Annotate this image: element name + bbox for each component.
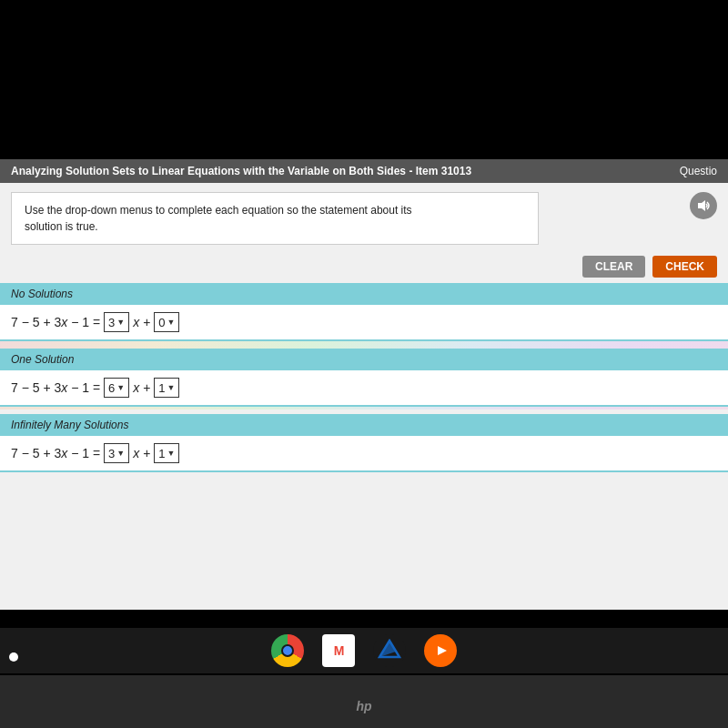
dropdown-coefficient-1[interactable]: 6 ▼ xyxy=(104,378,129,398)
eq-x-label-1: x + xyxy=(133,380,150,395)
equation-left-1: 7 − 5 + 3x − 1 = xyxy=(11,380,100,395)
main-content-area: Analyzing Solution Sets to Linear Equati… xyxy=(0,159,728,610)
hp-logo: hp xyxy=(356,699,371,713)
chevron-down-icon-1: ▼ xyxy=(116,383,125,392)
eq-x-label-0: x + xyxy=(133,315,150,329)
play-icon[interactable] xyxy=(424,634,457,667)
dropdown-constant-2[interactable]: 1 ▼ xyxy=(154,443,179,463)
chevron-down-icon-4: ▼ xyxy=(167,449,176,458)
section-one-solution-header: One Solution xyxy=(0,349,728,370)
chrome-icon[interactable] xyxy=(271,634,304,667)
dropdown-constant-0[interactable]: 0 ▼ xyxy=(154,312,179,332)
header-right-label: Questio xyxy=(680,165,717,177)
speaker-button[interactable] xyxy=(690,192,717,219)
dropdown-coefficient-0[interactable]: 3 ▼ xyxy=(104,312,129,332)
taskbar: M xyxy=(0,628,728,673)
instruction-area: Use the drop-down menus to complete each… xyxy=(0,183,728,250)
section-infinitely-many-equation: 7 − 5 + 3x − 1 = 3 ▼ x + 1 ▼ xyxy=(0,436,728,472)
chevron-down-icon-3: ▼ xyxy=(116,449,125,458)
section-no-solutions: No Solutions 7 − 5 + 3x − 1 = 3 ▼ x + 0 … xyxy=(0,283,728,341)
top-bezel xyxy=(0,0,728,159)
instruction-text-line1: Use the drop-down menus to complete each… xyxy=(25,204,412,217)
svg-marker-0 xyxy=(698,200,705,211)
equation-left-0: 7 − 5 + 3x − 1 = xyxy=(11,315,100,329)
section-infinitely-many-header: Infinitely Many Solutions xyxy=(0,414,728,436)
chevron-down-icon-2: ▼ xyxy=(167,383,176,392)
section-one-solution: One Solution 7 − 5 + 3x − 1 = 6 ▼ x + 1 … xyxy=(0,349,728,407)
section-no-solutions-equation: 7 − 5 + 3x − 1 = 3 ▼ x + 0 ▼ xyxy=(0,305,728,341)
drive-icon[interactable] xyxy=(373,634,406,667)
dropdown-coefficient-2[interactable]: 3 ▼ xyxy=(104,443,129,463)
buttons-row: CLEAR CHECK xyxy=(0,250,728,283)
chevron-down-icon-0: ▼ xyxy=(167,318,176,327)
clear-button[interactable]: CLEAR xyxy=(582,256,645,278)
laptop-bottom-bezel: hp xyxy=(0,675,728,728)
eq-x-label-2: x + xyxy=(133,446,150,460)
equation-left-2: 7 − 5 + 3x − 1 = xyxy=(11,446,100,460)
gmail-icon[interactable]: M xyxy=(322,634,355,667)
page-title: Analyzing Solution Sets to Linear Equati… xyxy=(11,165,471,177)
dropdown-constant-1[interactable]: 1 ▼ xyxy=(154,378,179,398)
speaker-icon xyxy=(696,198,711,213)
chevron-down-icon: ▼ xyxy=(116,318,125,327)
section-one-solution-equation: 7 − 5 + 3x − 1 = 6 ▼ x + 1 ▼ xyxy=(0,370,728,407)
instruction-box: Use the drop-down menus to complete each… xyxy=(11,192,539,245)
check-button[interactable]: CHECK xyxy=(652,256,717,278)
section-no-solutions-header: No Solutions xyxy=(0,283,728,305)
instruction-text-line2: solution is true. xyxy=(25,220,98,233)
left-indicator-dot xyxy=(9,652,18,662)
header-bar: Analyzing Solution Sets to Linear Equati… xyxy=(0,159,728,183)
section-infinitely-many: Infinitely Many Solutions 7 − 5 + 3x − 1… xyxy=(0,414,728,472)
